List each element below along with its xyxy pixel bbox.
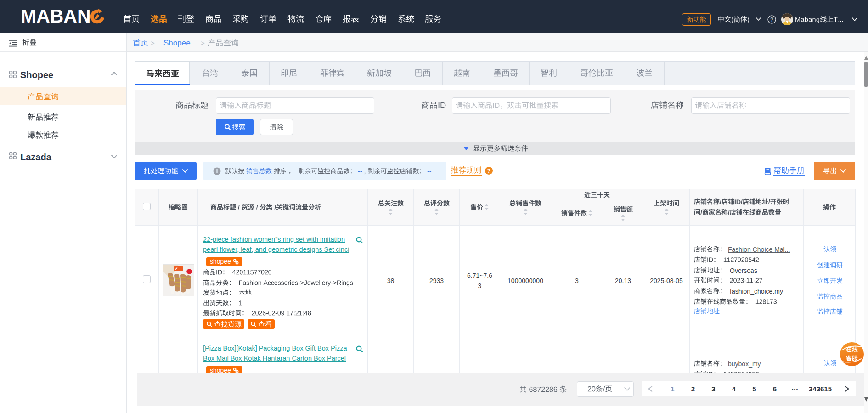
svg-text:?: ?: [487, 168, 490, 174]
svg-text:?: ?: [770, 17, 773, 23]
